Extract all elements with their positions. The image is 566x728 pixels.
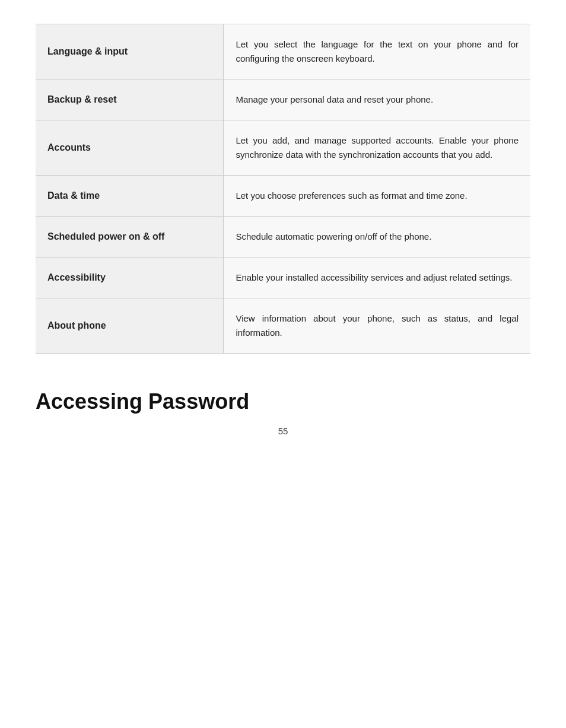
table-row[interactable]: Language & inputLet you select the langu… — [36, 24, 530, 80]
section-title: Accessing Password — [36, 389, 530, 414]
setting-description: Enable your installed accessibility serv… — [224, 257, 530, 298]
setting-description: View information about your phone, such … — [224, 298, 530, 354]
setting-description: Let you add, and manage supported accoun… — [224, 120, 530, 176]
setting-description: Manage your personal data and reset your… — [224, 80, 530, 120]
setting-description: Let you choose preferences such as forma… — [224, 176, 530, 217]
setting-label: About phone — [36, 298, 224, 354]
setting-label: Data & time — [36, 176, 224, 217]
table-row[interactable]: Scheduled power on & offSchedule automat… — [36, 217, 530, 257]
setting-label: Accessibility — [36, 257, 224, 298]
setting-description: Schedule automatic powering on/off of th… — [224, 217, 530, 257]
table-row[interactable]: About phoneView information about your p… — [36, 298, 530, 354]
table-row[interactable]: Data & timeLet you choose preferences su… — [36, 176, 530, 217]
setting-label: Scheduled power on & off — [36, 217, 224, 257]
setting-label: Backup & reset — [36, 80, 224, 120]
setting-label: Language & input — [36, 24, 224, 80]
setting-label: Accounts — [36, 120, 224, 176]
table-row[interactable]: Backup & resetManage your personal data … — [36, 80, 530, 120]
table-row[interactable]: AccessibilityEnable your installed acces… — [36, 257, 530, 298]
settings-table: Language & inputLet you select the langu… — [36, 24, 530, 354]
page-number: 55 — [36, 426, 530, 436]
setting-description: Let you select the language for the text… — [224, 24, 530, 80]
table-row[interactable]: AccountsLet you add, and manage supporte… — [36, 120, 530, 176]
